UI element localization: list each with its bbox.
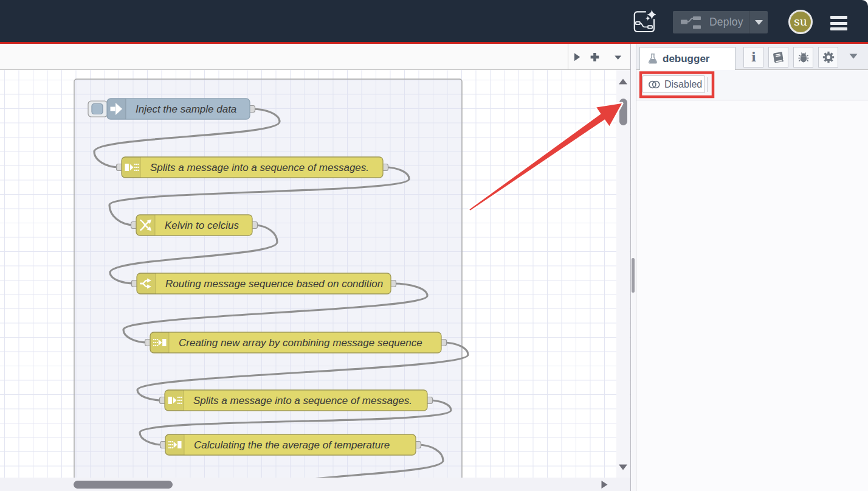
editor-main: Inject the sample dataSplits a message i… [0, 44, 868, 491]
flow-node-split[interactable]: Splits a message into a sequence of mess… [117, 157, 388, 178]
sidebar-menu-caret[interactable] [849, 54, 858, 59]
deploy-icon [681, 16, 701, 29]
svg-text:i: i [751, 51, 756, 64]
menu-bar [830, 27, 847, 30]
flow-node-split[interactable]: Splits a message into a sequence of mess… [160, 390, 433, 411]
node-label: Calculating the the average of temperatu… [194, 439, 390, 451]
menu-bar [830, 16, 847, 19]
menu-bar [830, 22, 847, 25]
node-red-editor: Deploy su [0, 0, 868, 491]
docs-button[interactable] [768, 47, 788, 68]
canvas-vertical-scrollbar[interactable] [616, 70, 630, 478]
sidebar-tab-label: debugger [663, 53, 709, 65]
app-header: Deploy su [0, 0, 868, 42]
bug-icon [797, 51, 810, 64]
flow-node-inject[interactable]: Inject the sample data [88, 99, 255, 119]
horizontal-scroll-thumb[interactable] [74, 481, 173, 489]
gear-icon [822, 51, 835, 63]
scroll-right-icon[interactable] [601, 480, 608, 489]
toolbar-separator [707, 77, 708, 92]
workspace-column: Inject the sample dataSplits a message i… [0, 44, 631, 491]
deploy-options-button[interactable] [749, 11, 768, 33]
header-actions: Deploy su [0, 0, 868, 42]
toggle-icon [649, 80, 660, 89]
avatar-initials: su [794, 15, 807, 28]
node-label: Inject the sample data [136, 103, 236, 115]
flow-node-change[interactable]: Kelvin to celcius [131, 215, 258, 235]
workspace-tab-buttons [568, 44, 630, 69]
disabled-label: Disabled [664, 79, 702, 90]
flow-node-join[interactable]: Calculating the the average of temperatu… [160, 434, 421, 455]
flow-image-sparkle-icon [633, 10, 656, 33]
info-icon: i [751, 51, 756, 64]
node-label: Creating new array by combining message … [179, 337, 422, 349]
main-menu-button[interactable] [830, 16, 847, 30]
scroll-down-icon[interactable] [618, 464, 628, 471]
debug-disabled-toggle[interactable]: Disabled [642, 75, 705, 93]
book-icon [772, 51, 785, 64]
node-label: Routing message sequence based on condit… [165, 278, 383, 290]
sidebar-toolbar-buttons: i [743, 47, 843, 68]
debug-button[interactable] [793, 47, 813, 68]
node-label: Kelvin to celcius [165, 220, 239, 231]
separator-grip [632, 258, 635, 293]
flask-icon [648, 54, 658, 64]
chevron-down-icon [755, 20, 763, 25]
debug-messages-panel [636, 100, 868, 490]
flow-canvas[interactable]: Inject the sample dataSplits a message i… [0, 70, 630, 478]
sidebar: debugger i [636, 44, 868, 491]
workspace-tabbar [0, 44, 630, 70]
debug-toolbar: Disabled [636, 70, 868, 100]
node-label: Splits a message into a sequence of mess… [150, 162, 369, 173]
flow-node-switch[interactable]: Routing message sequence based on condit… [132, 273, 396, 294]
scroll-tabs-right-button[interactable] [574, 53, 580, 61]
vertical-scroll-thumb[interactable] [619, 99, 627, 125]
add-flow-button[interactable] [591, 53, 599, 61]
sidebar-separator[interactable] [631, 44, 636, 491]
sidebar-tab-debugger[interactable]: debugger [639, 47, 735, 70]
flow-assistant-button[interactable] [633, 10, 656, 33]
node-label: Splits a message into a sequence of mess… [193, 395, 412, 406]
user-avatar[interactable]: su [788, 10, 813, 34]
settings-button[interactable] [818, 47, 838, 68]
canvas-horizontal-scrollbar[interactable] [0, 478, 630, 491]
deploy-button[interactable]: Deploy [673, 11, 768, 33]
sidebar-tabbar: debugger i [636, 44, 868, 70]
scroll-up-icon[interactable] [618, 78, 628, 85]
node-help-button[interactable]: i [743, 47, 763, 68]
deploy-label: Deploy [709, 16, 743, 29]
flow-list-button[interactable] [615, 55, 621, 60]
flow-node-join[interactable]: Creating new array by combining message … [145, 332, 447, 353]
